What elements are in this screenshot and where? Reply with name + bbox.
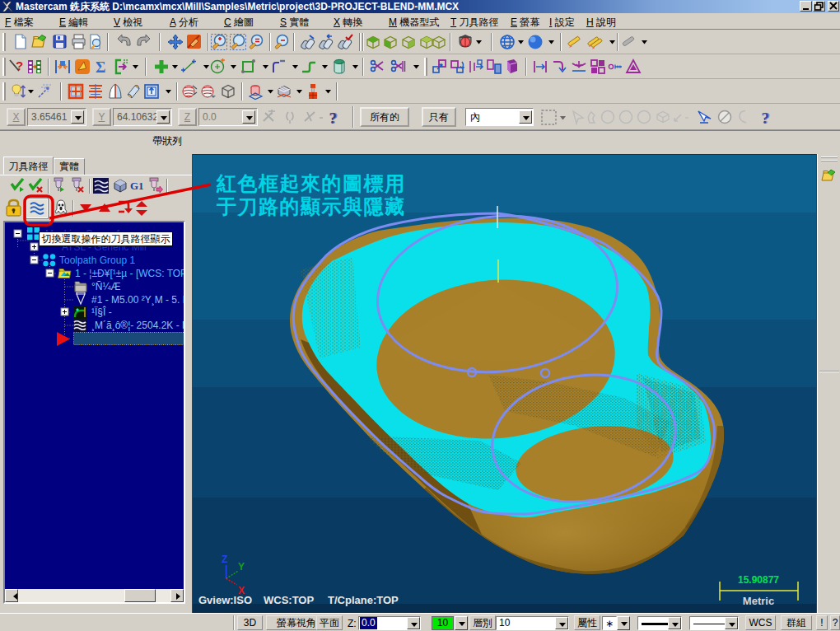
svg-text:15.90877: 15.90877: [738, 574, 779, 586]
svg-text:¹Ï§Î -: ¹Ï§Î -: [91, 306, 112, 318]
svg-text:T/Cplane:TOP: T/Cplane:TOP: [328, 594, 399, 606]
svg-text:Σ: Σ: [96, 58, 105, 76]
svg-text:Toolpath Group 1: Toolpath Group 1: [59, 255, 135, 266]
svg-text:°Ñ¼Æ: °Ñ¼Æ: [91, 281, 120, 292]
svg-text:Gview:ISO: Gview:ISO: [198, 594, 252, 606]
svg-text:#1 - M5.00 ²Y¸M - 5. BAL: #1 - M5.00 ²Y¸M - 5. BAL: [91, 294, 184, 306]
svg-text:WCS:TOP: WCS:TOP: [264, 594, 314, 606]
svg-text:1 - ¦±Ð¥[¹±µ - [WCS: TOP] -: 1 - ¦±Ð¥[¹±µ - [WCS: TOP] -: [75, 268, 184, 279]
svg-text:Metric: Metric: [743, 595, 774, 607]
svg-text:Z: Z: [222, 554, 227, 565]
svg-text:?: ?: [16, 58, 23, 72]
svg-text:?: ?: [329, 110, 337, 127]
svg-text:Y: Y: [238, 561, 245, 573]
svg-text:?: ?: [762, 110, 770, 127]
svg-text:¸M´ã¸ô®¦- 2504.2K - MACH: ¸M´ã¸ô®¦- 2504.2K - MACH: [91, 320, 184, 331]
